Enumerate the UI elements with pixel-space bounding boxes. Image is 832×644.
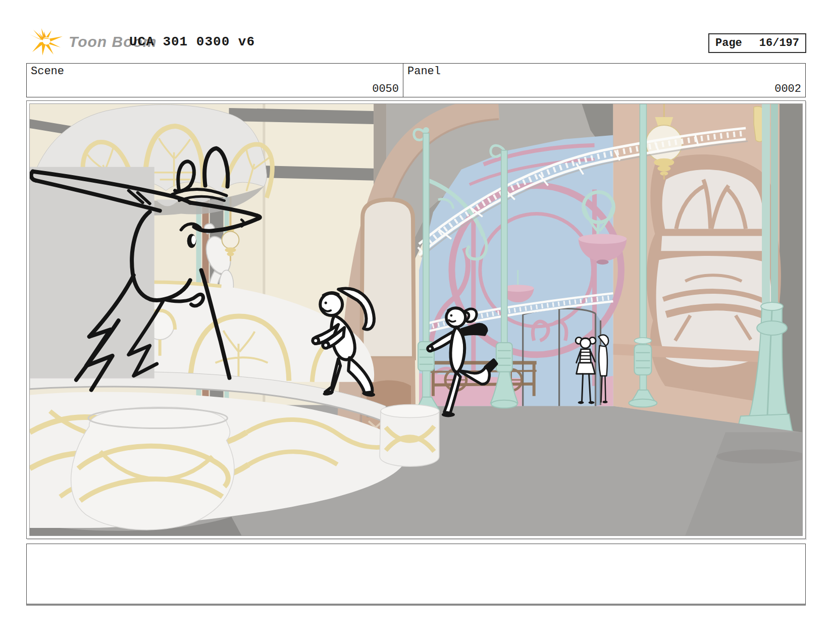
scene-label: Scene xyxy=(31,65,64,78)
fountain-pedestal xyxy=(380,405,439,467)
panel-cell: Panel 0002 xyxy=(403,64,805,97)
page-number-box: Page 16/197 xyxy=(708,33,806,53)
storyboard-page: Toon Boom UCA 301 0300 v6 Page 16/197 Sc… xyxy=(0,0,832,644)
storyboard-panel xyxy=(26,100,806,539)
scene-panel-table: Scene 0050 Panel 0002 xyxy=(26,63,806,97)
caption-box xyxy=(26,544,806,606)
panel-number: 0002 xyxy=(774,83,801,95)
scene-cell: Scene 0050 xyxy=(27,64,403,97)
panel-label: Panel xyxy=(407,65,441,78)
scene-number: 0050 xyxy=(372,83,399,95)
page-value: 16/197 xyxy=(759,37,799,49)
toonboom-logo-icon xyxy=(27,28,65,56)
page-label: Page xyxy=(715,37,742,49)
project-title: UCA 301 0300 v6 xyxy=(129,34,255,49)
storyboard-artwork xyxy=(30,104,802,535)
artwork-frame xyxy=(29,103,803,536)
